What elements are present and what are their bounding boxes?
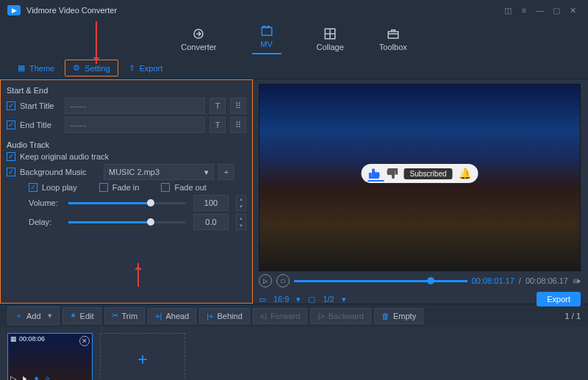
app-logo-icon: ▶ (7, 5, 21, 15)
mode-toolbox[interactable]: Toolbox (379, 27, 407, 51)
tabbar: ▦ Theme ⚙ Setting ⇪ Export (0, 57, 588, 79)
preview-pane: Subscribed 🔔 ▷ □ 00:08:01.17/00:08:06.17… (253, 79, 588, 304)
behind-button[interactable]: |+Behind (199, 308, 250, 324)
trim-button[interactable]: ✂Trim (104, 307, 146, 324)
trash-icon: 🗑 (381, 312, 390, 320)
time-total: 00:08:06.17 (526, 276, 568, 285)
minimize-button[interactable]: — (532, 2, 548, 18)
end-title-checkbox[interactable] (7, 121, 15, 129)
bell-icon: 🔔 (459, 168, 471, 179)
mode-converter[interactable]: Converter (181, 27, 216, 51)
chevron-down-icon[interactable]: ▾ (296, 295, 301, 304)
add-clip-button[interactable]: + (100, 333, 185, 380)
split-icon[interactable]: ▢ (308, 295, 315, 304)
ahead-button[interactable]: +|Ahead (148, 308, 196, 324)
tab-export[interactable]: ⇪ Export (121, 60, 171, 76)
volume-value[interactable]: 100 (193, 195, 229, 211)
time-current: 00:08:01.17 (472, 276, 514, 285)
keep-original-label: Keep original audio track (20, 152, 109, 161)
loop-checkbox[interactable] (29, 183, 37, 192)
edit-button[interactable]: ✶Edit (62, 307, 101, 324)
aspect-label[interactable]: 16:9 (273, 295, 289, 304)
ahead-icon: +| (155, 312, 162, 320)
start-title-input[interactable] (65, 98, 205, 114)
end-title-grid-button[interactable]: ⠿ (230, 117, 246, 133)
menu-icon[interactable]: ≡ (516, 2, 532, 18)
chevron-down-icon[interactable]: ▾ (342, 295, 346, 304)
volume-icon[interactable]: 🕪 (573, 276, 581, 285)
bg-music-dropdown[interactable]: MUSIC 2.mp3 ▾ (104, 164, 214, 180)
app-title: Vidmore Video Converter (26, 6, 117, 15)
feedback-icon[interactable]: ◫ (500, 2, 516, 18)
fadeout-checkbox[interactable] (161, 183, 170, 192)
backward-button[interactable]: |>Backward (310, 308, 371, 324)
tab-setting[interactable]: ⚙ Setting (65, 60, 118, 76)
stop-button[interactable]: □ (276, 274, 290, 287)
page-indicator: 1 / 1 (565, 312, 581, 320)
main: Start & End Start Title T ⠿ End Title T … (0, 79, 588, 304)
bg-music-label: Background Music (20, 168, 99, 176)
clip-thumbnail[interactable]: ▦00:08:06 ✕ ▷ 🕨 ✦ ✧ (7, 333, 93, 380)
clips-strip: ▦00:08:06 ✕ ▷ 🕨 ✦ ✧ + (0, 327, 588, 380)
backward-icon: |> (318, 312, 324, 320)
delay-label: Delay: (29, 218, 61, 226)
chevron-down-icon: ▾ (204, 168, 209, 177)
clip-mute-icon[interactable]: 🕨 (21, 374, 29, 380)
behind-icon: |+ (207, 312, 213, 320)
maximize-button[interactable]: ▢ (548, 2, 564, 18)
delay-slider[interactable] (68, 221, 186, 223)
volume-spinner[interactable]: ▲▼ (236, 195, 246, 211)
clip-star-icon[interactable]: ✦ (33, 374, 40, 380)
keep-original-checkbox[interactable] (7, 152, 15, 161)
svg-rect-1 (262, 27, 272, 35)
thumbs-down-icon (386, 168, 398, 179)
loop-label: Loop play (42, 183, 77, 192)
svg-rect-3 (388, 32, 398, 38)
end-title-input[interactable] (65, 117, 205, 133)
mode-mv[interactable]: MV (252, 24, 282, 54)
section-start-end: Start & End (7, 86, 246, 95)
start-title-grid-button[interactable]: ⠿ (230, 98, 246, 114)
start-title-text-button[interactable]: T (209, 98, 226, 114)
end-title-label: End Title (20, 121, 60, 129)
bg-music-checkbox[interactable] (7, 168, 15, 176)
export-button[interactable]: Export (537, 292, 581, 306)
delay-value[interactable]: 0.0 (193, 214, 229, 230)
fadein-checkbox[interactable] (99, 183, 108, 192)
modebar: Converter MV Collage Toolbox (0, 21, 588, 57)
time-sep: / (519, 276, 521, 285)
subscribe-overlay: Subscribed 🔔 (361, 164, 478, 183)
empty-button[interactable]: 🗑Empty (374, 308, 423, 324)
video-preview[interactable]: Subscribed 🔔 (259, 84, 581, 271)
film-icon: ▦ (10, 335, 17, 343)
plus-icon: ＋ (15, 310, 23, 321)
converter-icon (191, 27, 206, 40)
split-label[interactable]: 1/2 (323, 295, 334, 304)
clip-duration: 00:08:06 (19, 335, 45, 343)
close-button[interactable]: ✕ (564, 2, 581, 18)
delay-spinner[interactable]: ▲▼ (236, 214, 246, 230)
fadein-label: Fade in (112, 183, 140, 192)
bg-music-value: MUSIC 2.mp3 (109, 168, 159, 176)
start-title-checkbox[interactable] (7, 101, 15, 110)
mv-icon (259, 24, 274, 37)
gear-icon: ⚙ (73, 63, 80, 73)
mode-collage[interactable]: Collage (317, 27, 344, 51)
clip-play-icon[interactable]: ▷ (10, 374, 16, 380)
tab-theme[interactable]: ▦ Theme (10, 60, 62, 76)
forward-button[interactable]: <|Forward (253, 308, 308, 324)
preview-options: ▭ 16:9 ▾ ▢ 1/2 ▾ Export (259, 292, 581, 306)
export-icon: ⇪ (129, 63, 135, 73)
end-title-text-button[interactable]: T (209, 117, 226, 133)
clip-remove-button[interactable]: ✕ (79, 336, 90, 346)
settings-panel: Start & End Start Title T ⠿ End Title T … (0, 79, 253, 304)
volume-slider[interactable] (68, 202, 186, 204)
play-button[interactable]: ▷ (259, 274, 272, 287)
add-music-button[interactable]: + (218, 164, 234, 180)
fadeout-label: Fade out (174, 183, 206, 192)
aspect-icon[interactable]: ▭ (259, 295, 266, 304)
clip-sparkle-icon[interactable]: ✧ (44, 374, 51, 380)
subscribed-badge: Subscribed (404, 168, 452, 179)
seek-slider[interactable] (294, 280, 467, 282)
add-button[interactable]: ＋Add▾ (7, 306, 60, 325)
